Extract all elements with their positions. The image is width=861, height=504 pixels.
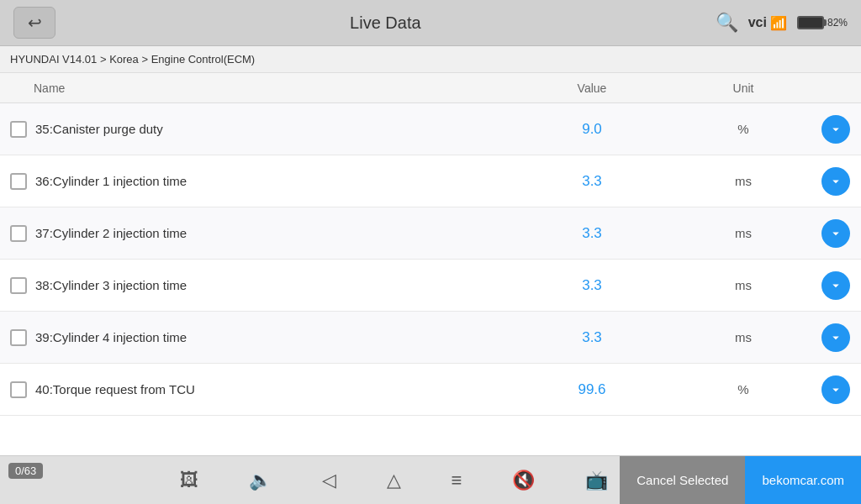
row-name-cell: 35:Canister purge duty xyxy=(0,114,508,144)
row-label: 37:Cylinder 2 injection time xyxy=(35,226,187,240)
table-body: 35:Canister purge duty 9.0 % 36:Cylinder… xyxy=(0,103,861,416)
row-unit-cell: % xyxy=(676,122,811,136)
table-header: Name Value Unit xyxy=(0,73,861,103)
back-nav-icon[interactable]: ◁ xyxy=(322,470,336,491)
bottom-actions: Cancel Selected bekomcar.com xyxy=(620,456,861,504)
row-unit-cell: ms xyxy=(676,174,811,188)
chevron-down-icon xyxy=(828,226,843,241)
row-name-cell: 39:Cylinder 4 injection time xyxy=(0,323,508,353)
chevron-down-icon xyxy=(828,382,843,397)
count-badge: 0/63 xyxy=(8,463,43,479)
row-value-cell: 3.3 xyxy=(508,225,676,242)
chevron-down-icon xyxy=(828,122,843,137)
row-label: 35:Canister purge duty xyxy=(35,122,163,136)
row-checkbox[interactable] xyxy=(10,329,27,346)
row-unit-cell: % xyxy=(676,382,811,396)
bekomcar-button[interactable]: bekomcar.com xyxy=(745,456,861,504)
row-unit-cell: ms xyxy=(676,330,811,344)
top-icons: 🔍 vci 📶 82% xyxy=(716,12,848,34)
table-row: 35:Canister purge duty 9.0 % xyxy=(0,103,861,155)
row-action-cell xyxy=(811,167,861,196)
battery-icon xyxy=(797,16,824,29)
mic-icon[interactable]: 🔇 xyxy=(512,470,535,491)
col-header-name: Name xyxy=(0,81,508,95)
chevron-down-icon xyxy=(828,278,843,293)
row-label: 38:Cylinder 3 injection time xyxy=(35,278,187,292)
chevron-down-button[interactable] xyxy=(821,375,850,404)
row-checkbox[interactable] xyxy=(10,381,27,398)
row-checkbox[interactable] xyxy=(10,121,27,138)
chevron-down-button[interactable] xyxy=(821,167,850,196)
chevron-down-icon xyxy=(828,330,843,345)
battery-percent: 82% xyxy=(827,17,848,29)
chevron-down-button[interactable] xyxy=(821,115,850,144)
table-row: 39:Cylinder 4 injection time 3.3 ms xyxy=(0,312,861,364)
breadcrumb-text: HYUNDAI V14.01 > Korea > Engine Control(… xyxy=(10,53,255,66)
back-arrow-icon: ↩ xyxy=(28,13,42,33)
table-row: 40:Torque request from TCU 99.6 % xyxy=(0,364,861,416)
row-action-cell xyxy=(811,375,861,404)
row-label: 40:Torque request from TCU xyxy=(35,382,195,396)
battery-container: 82% xyxy=(797,16,848,29)
col-header-unit: Unit xyxy=(676,81,811,95)
row-value-cell: 3.3 xyxy=(508,329,676,346)
row-checkbox[interactable] xyxy=(10,277,27,294)
chevron-down-button[interactable] xyxy=(821,271,850,300)
table-row: 36:Cylinder 1 injection time 3.3 ms xyxy=(0,155,861,207)
back-button[interactable]: ↩ xyxy=(13,7,55,39)
table-container: Name Value Unit 35:Canister purge duty 9… xyxy=(0,73,861,455)
row-action-cell xyxy=(811,219,861,248)
page-title: Live Data xyxy=(350,13,421,33)
top-bar: ↩ Live Data 🔍 vci 📶 82% xyxy=(0,0,861,46)
table-row: 38:Cylinder 3 injection time 3.3 ms xyxy=(0,260,861,312)
row-checkbox[interactable] xyxy=(10,173,27,190)
row-unit-cell: ms xyxy=(676,226,811,240)
row-action-cell xyxy=(811,271,861,300)
table-row: 37:Cylinder 2 injection time 3.3 ms xyxy=(0,207,861,260)
wifi-icon: 📶 xyxy=(770,15,787,31)
row-name-cell: 38:Cylinder 3 injection time xyxy=(0,270,508,301)
row-name-cell: 36:Cylinder 1 injection time xyxy=(0,166,508,197)
row-action-cell xyxy=(811,115,861,144)
bottom-bar: 0/63 🖼 🔈 ◁ △ ≡ 🔇 📺 📤 Cancel Selected bek… xyxy=(0,455,861,504)
cancel-selected-button[interactable]: Cancel Selected xyxy=(620,456,745,504)
row-value-cell: 3.3 xyxy=(508,173,676,190)
row-label: 36:Cylinder 1 injection time xyxy=(35,174,187,188)
row-action-cell xyxy=(811,323,861,352)
row-unit-cell: ms xyxy=(676,278,811,292)
row-name-cell: 40:Torque request from TCU xyxy=(0,375,508,405)
row-checkbox[interactable] xyxy=(10,225,27,242)
home-icon[interactable]: △ xyxy=(387,470,401,491)
chevron-down-button[interactable] xyxy=(821,219,850,248)
row-label: 39:Cylinder 4 injection time xyxy=(35,330,187,344)
search-icon[interactable]: 🔍 xyxy=(716,12,738,34)
menu-icon[interactable]: ≡ xyxy=(452,470,462,491)
breadcrumb: HYUNDAI V14.01 > Korea > Engine Control(… xyxy=(0,46,861,73)
row-name-cell: 37:Cylinder 2 injection time xyxy=(0,218,508,249)
row-value-cell: 9.0 xyxy=(508,121,676,138)
gallery-icon[interactable]: 🖼 xyxy=(180,470,198,491)
row-value-cell: 3.3 xyxy=(508,277,676,294)
screen-icon[interactable]: 📺 xyxy=(585,470,608,491)
chevron-down-button[interactable] xyxy=(821,323,850,352)
vci-label: vci xyxy=(748,15,767,30)
volume-icon[interactable]: 🔈 xyxy=(249,470,272,491)
row-value-cell: 99.6 xyxy=(508,381,676,398)
chevron-down-icon xyxy=(828,174,843,189)
vci-badge: vci 📶 xyxy=(748,15,787,31)
col-header-value: Value xyxy=(508,81,676,95)
